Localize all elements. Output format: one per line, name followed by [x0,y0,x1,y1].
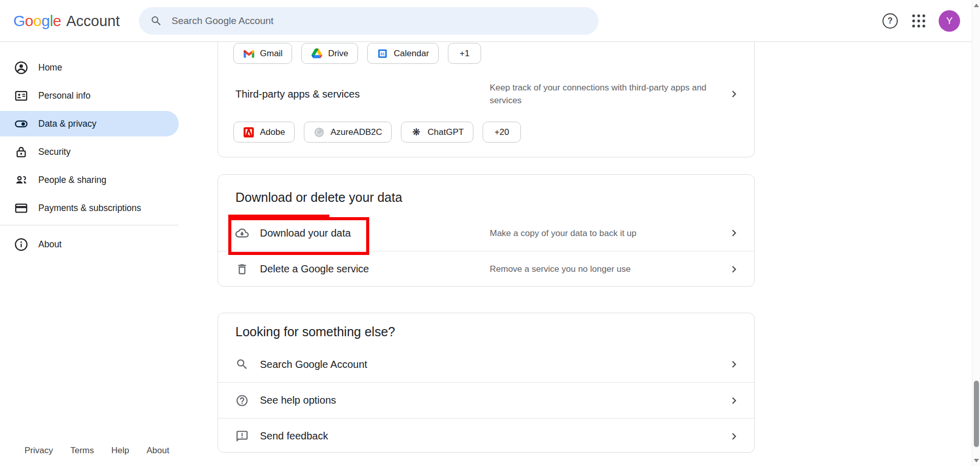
row-description: Make a copy of your data to back it up [490,227,720,240]
row-label: Third-party apps & services [235,88,490,100]
logo-letter: o [25,12,33,30]
row-label: Download your data [260,227,490,239]
chevron-right-icon [728,358,741,371]
chip-azureadb2c[interactable]: AzureADB2C [304,122,392,143]
google-account-logo[interactable]: G o o g l e Account [13,0,120,42]
logo-letter: g [41,12,50,30]
search-input[interactable] [172,15,539,27]
send-feedback-row[interactable]: Send feedback [218,418,754,454]
footer-link-help[interactable]: Help [111,446,129,456]
sidebar-item-label: Security [38,147,70,157]
chip-chatgpt[interactable]: ❋ ChatGPT [401,122,473,143]
gmail-icon [243,48,254,59]
chip-gmail[interactable]: Gmail [233,43,292,64]
openai-icon: ❋ [411,127,422,138]
services-card: Gmail Drive [218,31,755,157]
drive-icon [311,48,322,59]
row-label: See help options [260,394,728,406]
sidebar-item-payments[interactable]: Payments & subscriptions [0,195,179,221]
download-your-data-row[interactable]: Download your data Make a copy of your d… [218,215,754,251]
chip-calendar[interactable]: 31 Calendar [367,43,439,64]
feedback-bubble-icon [235,430,249,443]
logo-letter: o [33,12,41,30]
row-description: Remove a service you no longer use [490,263,720,275]
chip-drive[interactable]: Drive [301,43,358,64]
account-circle-icon [14,61,28,75]
footer-links: Privacy Terms Help About [25,446,169,456]
third-party-apps-row[interactable]: Third-party apps & services Keep track o… [218,73,754,115]
cloud-download-icon [235,226,249,240]
search-icon [235,358,249,371]
account-avatar[interactable]: Y [939,10,960,32]
chevron-right-icon [728,394,741,407]
chip-label: Adobe [260,127,285,137]
sidebar-item-label: People & sharing [38,175,106,185]
chip-label: Gmail [260,49,282,59]
sidebar-item-label: Data & privacy [38,119,97,129]
footer-link-terms[interactable]: Terms [70,446,94,456]
footer-link-privacy[interactable]: Privacy [25,446,53,456]
svg-text:31: 31 [380,52,385,56]
chip-label: +20 [494,127,509,137]
scroll-down-button[interactable] [974,459,979,462]
sidebar-divider [0,225,179,225]
calendar-icon: 31 [377,48,388,59]
app-chip-row: Adobe AzureADB2C ❋ ChatGPT +20 [233,122,754,143]
logo-product-name: Account [66,13,120,30]
row-label: Send feedback [260,430,728,442]
chip-label: +1 [460,49,469,59]
card-title: Download or delete your data [235,190,737,205]
account-search-bar[interactable] [139,7,599,35]
service-chip-row: Gmail Drive [233,43,754,64]
chip-label: ChatGPT [427,127,464,137]
sidebar-nav: Home Personal info Data & privacy [0,42,179,260]
chevron-right-icon [728,226,741,240]
chevron-right-icon [728,87,741,101]
see-help-options-row[interactable]: See help options [218,382,754,418]
adobe-icon [243,127,254,138]
contact-card-icon [14,89,28,103]
chip-more-apps[interactable]: +20 [483,122,521,143]
google-account-page: G o o g l e Account ? Y Home [0,0,980,466]
sidebar-item-security[interactable]: Security [0,139,179,165]
scroll-up-button[interactable] [974,4,979,7]
chip-adobe[interactable]: Adobe [233,122,295,143]
logo-letter: e [53,12,61,30]
sidebar-item-home[interactable]: Home [0,55,179,80]
lock-icon [14,145,28,159]
top-app-bar: G o o g l e Account ? Y [0,0,980,42]
toggle-icon [14,117,28,131]
search-google-account-row[interactable]: Search Google Account [218,346,754,382]
google-apps-grid-icon[interactable] [911,13,927,29]
sidebar-item-about[interactable]: About [0,231,179,257]
row-description: Keep track of your connections with thir… [490,81,720,107]
generic-app-icon [314,127,325,138]
chevron-right-icon [728,430,741,443]
info-icon [14,238,28,251]
chip-label: Drive [328,49,348,59]
chevron-right-icon [728,263,741,276]
scrollbar-thumb[interactable] [974,381,979,447]
sidebar-item-data-privacy[interactable]: Data & privacy [0,111,179,136]
trash-icon [235,263,249,276]
search-icon [150,15,162,27]
chip-label: Calendar [394,49,429,59]
sidebar-item-label: Personal info [38,90,90,101]
looking-for-card: Looking for something else? Search Googl… [218,313,755,453]
help-circle-icon [235,394,249,407]
people-icon [14,173,28,187]
delete-google-service-row[interactable]: Delete a Google service Remove a service… [218,251,754,287]
credit-card-icon [14,201,28,215]
card-title: Looking for something else? [235,324,737,339]
sidebar-item-people-sharing[interactable]: People & sharing [0,167,179,193]
footer-link-about[interactable]: About [147,446,169,456]
sidebar-item-personal-info[interactable]: Personal info [0,83,179,108]
help-icon[interactable]: ? [882,13,898,29]
row-label: Search Google Account [260,359,728,370]
scrollbar-track[interactable] [972,0,980,466]
sidebar-item-label: Payments & subscriptions [38,203,141,214]
download-delete-card: Download or delete your data Download yo… [218,174,755,287]
row-label: Delete a Google service [260,263,490,275]
chip-more-services[interactable]: +1 [448,43,481,64]
logo-letter: G [13,12,25,30]
